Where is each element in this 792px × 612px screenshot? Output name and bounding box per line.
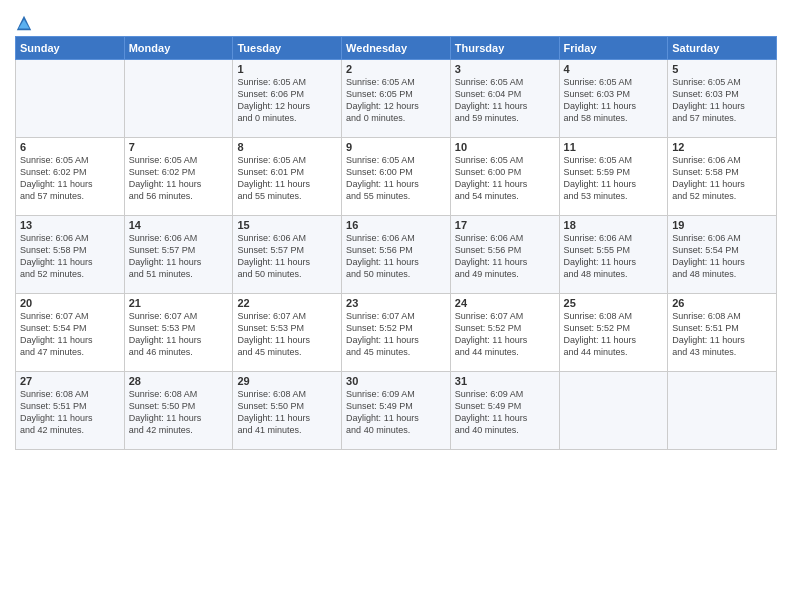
day-number: 16 xyxy=(346,219,446,231)
day-info: Sunrise: 6:09 AM Sunset: 5:49 PM Dayligh… xyxy=(455,388,555,437)
calendar-table: SundayMondayTuesdayWednesdayThursdayFrid… xyxy=(15,36,777,450)
day-info: Sunrise: 6:05 AM Sunset: 5:59 PM Dayligh… xyxy=(564,154,664,203)
day-info: Sunrise: 6:07 AM Sunset: 5:54 PM Dayligh… xyxy=(20,310,120,359)
day-number: 31 xyxy=(455,375,555,387)
day-info: Sunrise: 6:07 AM Sunset: 5:53 PM Dayligh… xyxy=(129,310,229,359)
calendar-cell: 7Sunrise: 6:05 AM Sunset: 6:02 PM Daylig… xyxy=(124,138,233,216)
calendar-cell: 2Sunrise: 6:05 AM Sunset: 6:05 PM Daylig… xyxy=(342,60,451,138)
logo-icon xyxy=(15,14,33,32)
day-number: 1 xyxy=(237,63,337,75)
calendar-week-5: 27Sunrise: 6:08 AM Sunset: 5:51 PM Dayli… xyxy=(16,372,777,450)
day-number: 24 xyxy=(455,297,555,309)
day-number: 11 xyxy=(564,141,664,153)
day-number: 6 xyxy=(20,141,120,153)
calendar-week-1: 1Sunrise: 6:05 AM Sunset: 6:06 PM Daylig… xyxy=(16,60,777,138)
day-info: Sunrise: 6:07 AM Sunset: 5:52 PM Dayligh… xyxy=(455,310,555,359)
day-info: Sunrise: 6:05 AM Sunset: 6:05 PM Dayligh… xyxy=(346,76,446,125)
day-number: 8 xyxy=(237,141,337,153)
calendar-cell: 15Sunrise: 6:06 AM Sunset: 5:57 PM Dayli… xyxy=(233,216,342,294)
calendar-cell xyxy=(124,60,233,138)
calendar-cell xyxy=(668,372,777,450)
day-number: 20 xyxy=(20,297,120,309)
calendar-cell: 12Sunrise: 6:06 AM Sunset: 5:58 PM Dayli… xyxy=(668,138,777,216)
day-info: Sunrise: 6:05 AM Sunset: 6:03 PM Dayligh… xyxy=(564,76,664,125)
day-info: Sunrise: 6:05 AM Sunset: 6:03 PM Dayligh… xyxy=(672,76,772,125)
calendar-cell: 17Sunrise: 6:06 AM Sunset: 5:56 PM Dayli… xyxy=(450,216,559,294)
calendar-cell: 3Sunrise: 6:05 AM Sunset: 6:04 PM Daylig… xyxy=(450,60,559,138)
calendar-cell: 22Sunrise: 6:07 AM Sunset: 5:53 PM Dayli… xyxy=(233,294,342,372)
calendar-cell: 20Sunrise: 6:07 AM Sunset: 5:54 PM Dayli… xyxy=(16,294,125,372)
column-header-thursday: Thursday xyxy=(450,37,559,60)
calendar-cell: 9Sunrise: 6:05 AM Sunset: 6:00 PM Daylig… xyxy=(342,138,451,216)
day-info: Sunrise: 6:07 AM Sunset: 5:52 PM Dayligh… xyxy=(346,310,446,359)
day-info: Sunrise: 6:09 AM Sunset: 5:49 PM Dayligh… xyxy=(346,388,446,437)
calendar-cell: 14Sunrise: 6:06 AM Sunset: 5:57 PM Dayli… xyxy=(124,216,233,294)
calendar-cell: 4Sunrise: 6:05 AM Sunset: 6:03 PM Daylig… xyxy=(559,60,668,138)
day-number: 29 xyxy=(237,375,337,387)
column-header-saturday: Saturday xyxy=(668,37,777,60)
day-number: 4 xyxy=(564,63,664,75)
day-info: Sunrise: 6:08 AM Sunset: 5:51 PM Dayligh… xyxy=(672,310,772,359)
day-number: 7 xyxy=(129,141,229,153)
day-number: 26 xyxy=(672,297,772,309)
column-header-friday: Friday xyxy=(559,37,668,60)
day-info: Sunrise: 6:08 AM Sunset: 5:50 PM Dayligh… xyxy=(129,388,229,437)
calendar-cell: 19Sunrise: 6:06 AM Sunset: 5:54 PM Dayli… xyxy=(668,216,777,294)
logo xyxy=(15,10,35,32)
day-number: 3 xyxy=(455,63,555,75)
day-info: Sunrise: 6:05 AM Sunset: 6:04 PM Dayligh… xyxy=(455,76,555,125)
day-info: Sunrise: 6:05 AM Sunset: 6:00 PM Dayligh… xyxy=(346,154,446,203)
calendar-cell: 10Sunrise: 6:05 AM Sunset: 6:00 PM Dayli… xyxy=(450,138,559,216)
day-number: 17 xyxy=(455,219,555,231)
calendar-cell xyxy=(16,60,125,138)
day-number: 14 xyxy=(129,219,229,231)
day-number: 28 xyxy=(129,375,229,387)
day-number: 21 xyxy=(129,297,229,309)
day-info: Sunrise: 6:06 AM Sunset: 5:58 PM Dayligh… xyxy=(20,232,120,281)
calendar-week-2: 6Sunrise: 6:05 AM Sunset: 6:02 PM Daylig… xyxy=(16,138,777,216)
day-info: Sunrise: 6:08 AM Sunset: 5:51 PM Dayligh… xyxy=(20,388,120,437)
header xyxy=(15,10,777,32)
calendar-cell: 26Sunrise: 6:08 AM Sunset: 5:51 PM Dayli… xyxy=(668,294,777,372)
calendar-cell: 25Sunrise: 6:08 AM Sunset: 5:52 PM Dayli… xyxy=(559,294,668,372)
calendar-cell: 21Sunrise: 6:07 AM Sunset: 5:53 PM Dayli… xyxy=(124,294,233,372)
day-number: 5 xyxy=(672,63,772,75)
calendar-cell: 28Sunrise: 6:08 AM Sunset: 5:50 PM Dayli… xyxy=(124,372,233,450)
calendar-cell: 31Sunrise: 6:09 AM Sunset: 5:49 PM Dayli… xyxy=(450,372,559,450)
page-container: SundayMondayTuesdayWednesdayThursdayFrid… xyxy=(0,0,792,455)
calendar-cell: 29Sunrise: 6:08 AM Sunset: 5:50 PM Dayli… xyxy=(233,372,342,450)
day-number: 27 xyxy=(20,375,120,387)
calendar-cell: 8Sunrise: 6:05 AM Sunset: 6:01 PM Daylig… xyxy=(233,138,342,216)
day-info: Sunrise: 6:08 AM Sunset: 5:50 PM Dayligh… xyxy=(237,388,337,437)
day-info: Sunrise: 6:06 AM Sunset: 5:57 PM Dayligh… xyxy=(237,232,337,281)
day-info: Sunrise: 6:05 AM Sunset: 6:06 PM Dayligh… xyxy=(237,76,337,125)
day-number: 10 xyxy=(455,141,555,153)
day-number: 9 xyxy=(346,141,446,153)
day-number: 30 xyxy=(346,375,446,387)
calendar-cell: 30Sunrise: 6:09 AM Sunset: 5:49 PM Dayli… xyxy=(342,372,451,450)
calendar-cell: 5Sunrise: 6:05 AM Sunset: 6:03 PM Daylig… xyxy=(668,60,777,138)
day-info: Sunrise: 6:07 AM Sunset: 5:53 PM Dayligh… xyxy=(237,310,337,359)
calendar-cell: 18Sunrise: 6:06 AM Sunset: 5:55 PM Dayli… xyxy=(559,216,668,294)
calendar-cell: 27Sunrise: 6:08 AM Sunset: 5:51 PM Dayli… xyxy=(16,372,125,450)
column-header-sunday: Sunday xyxy=(16,37,125,60)
day-info: Sunrise: 6:06 AM Sunset: 5:56 PM Dayligh… xyxy=(346,232,446,281)
calendar-cell: 16Sunrise: 6:06 AM Sunset: 5:56 PM Dayli… xyxy=(342,216,451,294)
calendar-cell: 6Sunrise: 6:05 AM Sunset: 6:02 PM Daylig… xyxy=(16,138,125,216)
day-info: Sunrise: 6:05 AM Sunset: 6:02 PM Dayligh… xyxy=(20,154,120,203)
calendar-cell: 23Sunrise: 6:07 AM Sunset: 5:52 PM Dayli… xyxy=(342,294,451,372)
day-info: Sunrise: 6:06 AM Sunset: 5:54 PM Dayligh… xyxy=(672,232,772,281)
calendar-cell xyxy=(559,372,668,450)
day-number: 12 xyxy=(672,141,772,153)
calendar-week-4: 20Sunrise: 6:07 AM Sunset: 5:54 PM Dayli… xyxy=(16,294,777,372)
day-info: Sunrise: 6:08 AM Sunset: 5:52 PM Dayligh… xyxy=(564,310,664,359)
day-number: 25 xyxy=(564,297,664,309)
calendar-cell: 24Sunrise: 6:07 AM Sunset: 5:52 PM Dayli… xyxy=(450,294,559,372)
day-info: Sunrise: 6:06 AM Sunset: 5:55 PM Dayligh… xyxy=(564,232,664,281)
calendar-week-3: 13Sunrise: 6:06 AM Sunset: 5:58 PM Dayli… xyxy=(16,216,777,294)
calendar-cell: 1Sunrise: 6:05 AM Sunset: 6:06 PM Daylig… xyxy=(233,60,342,138)
day-info: Sunrise: 6:05 AM Sunset: 6:00 PM Dayligh… xyxy=(455,154,555,203)
day-number: 23 xyxy=(346,297,446,309)
day-info: Sunrise: 6:06 AM Sunset: 5:57 PM Dayligh… xyxy=(129,232,229,281)
day-info: Sunrise: 6:05 AM Sunset: 6:01 PM Dayligh… xyxy=(237,154,337,203)
